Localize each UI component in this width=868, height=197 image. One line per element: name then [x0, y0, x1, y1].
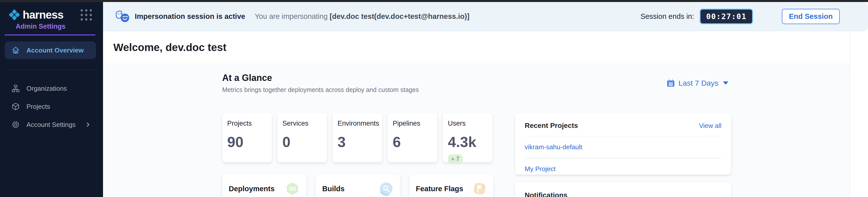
recent-projects-title: Recent Projects	[525, 122, 578, 130]
metric-value: 6	[393, 133, 432, 150]
session-ends-label: Session ends in:	[641, 12, 694, 21]
banner-right-group: Session ends in: 00:27:01 End Session	[641, 8, 840, 25]
notifications-panel: Notifications	[515, 183, 731, 197]
metrics-row: Projects 90 Services 0 Environments 3	[222, 113, 493, 174]
module-label: Feature Flags	[416, 185, 463, 193]
sidebar-item-account-settings[interactable]: Account Settings	[0, 116, 103, 134]
welcome-row: Welcome, dev.doc test	[103, 31, 850, 64]
sidebar-divider	[5, 70, 95, 70]
logo-row: harness	[0, 2, 103, 22]
home-icon	[11, 46, 20, 54]
session-timer: 00:27:01	[700, 8, 753, 25]
metric-value: 4.3k	[448, 133, 487, 150]
caret-down-icon	[723, 81, 728, 85]
right-gutter	[850, 31, 868, 197]
sidebar-item-label: Account Settings	[26, 121, 75, 129]
view-all-link[interactable]: View all	[699, 122, 721, 130]
metric-card-services[interactable]: Services 0	[277, 113, 327, 162]
metric-label: Pipelines	[393, 120, 432, 127]
organizations-icon	[11, 84, 20, 93]
metric-card-environments[interactable]: Environments 3	[333, 113, 382, 162]
impersonation-masks-icon	[115, 10, 130, 24]
impersonated-user: [dev.doc test(dev.doc+test@harness.io)]	[330, 12, 469, 21]
sidebar-item-projects[interactable]: Projects	[0, 97, 103, 116]
metric-card-projects[interactable]: Projects 90	[222, 113, 272, 162]
glance-title: At a Glance	[222, 73, 493, 83]
sidebar-item-label: Account Overview	[26, 46, 84, 54]
sidebar-nav: Account Overview Organizations Projects	[0, 41, 103, 134]
app-root: harness Admin Settings Account Overview	[0, 2, 868, 197]
recent-project-link[interactable]: My Project	[525, 158, 721, 180]
banner-subtitle-prefix: You are impersonating	[255, 12, 328, 21]
sidebar-item-label: Projects	[26, 103, 50, 111]
banner-title: Impersonation session is active	[135, 12, 245, 21]
calendar-icon	[666, 79, 675, 87]
page-title: Welcome, dev.doc test	[113, 41, 226, 53]
metric-label: Projects	[227, 120, 267, 127]
metric-label: Services	[282, 120, 322, 127]
banner-subtitle: You are impersonating [dev.doc test(dev.…	[255, 12, 469, 21]
metric-label: Environments	[338, 120, 377, 127]
right-region: Impersonation session is active You are …	[103, 2, 868, 197]
glance-grid: At a Glance Metrics brings together depl…	[222, 73, 731, 197]
sidebar-item-account-overview[interactable]: Account Overview	[5, 41, 96, 59]
harness-logo-icon	[7, 7, 22, 22]
recent-projects-panel: Recent Projects View all vikram-sahu-def…	[515, 113, 731, 174]
sidebar: harness Admin Settings Account Overview	[0, 2, 103, 197]
metric-value: 0	[282, 133, 322, 150]
glance-subtitle: Metrics brings together deployments acro…	[222, 86, 493, 93]
module-label: Builds	[322, 185, 345, 193]
builds-icon	[379, 182, 394, 196]
metric-value: 3	[338, 133, 377, 150]
recent-project-link[interactable]: vikram-sahu-default	[525, 136, 721, 158]
impersonation-banner: Impersonation session is active You are …	[103, 2, 868, 31]
metric-card-pipelines[interactable]: Pipelines 6	[388, 113, 437, 162]
metric-label: Users	[448, 120, 487, 127]
glance-header: At a Glance Metrics brings together depl…	[222, 73, 493, 93]
admin-settings-label: Admin Settings	[16, 23, 103, 30]
chevron-right-icon	[85, 122, 91, 128]
app-grid-icon[interactable]	[81, 9, 92, 21]
metric-value: 90	[227, 133, 267, 150]
settings-gear-icon	[11, 120, 20, 129]
module-card-feature-flags[interactable]: Feature Flags	[409, 174, 493, 197]
main-content: Welcome, dev.doc test At a Glance Metric…	[103, 31, 850, 197]
projects-cube-icon	[11, 102, 20, 111]
recent-projects-header: Recent Projects View all	[525, 122, 721, 130]
date-range-label: Last 7 Days	[679, 79, 718, 87]
metric-card-users[interactable]: Users 4.3k + 7	[443, 113, 492, 162]
feature-flags-icon	[472, 182, 487, 196]
at-a-glance-section: At a Glance Metrics brings together depl…	[103, 64, 850, 197]
modules-row: Deployments Builds	[222, 174, 493, 197]
sidebar-item-label: Organizations	[26, 85, 67, 92]
module-card-builds[interactable]: Builds	[316, 174, 400, 197]
admin-settings-underline	[4, 34, 95, 35]
date-range-picker[interactable]: Last 7 Days	[666, 79, 728, 87]
module-card-deployments[interactable]: Deployments	[222, 174, 306, 197]
deployments-icon	[285, 182, 300, 196]
sidebar-item-organizations[interactable]: Organizations	[0, 79, 103, 97]
users-delta-badge: + 7	[448, 154, 463, 164]
end-session-button[interactable]: End Session	[782, 9, 840, 24]
notifications-title: Notifications	[525, 191, 567, 197]
window-top-strip	[0, 0, 868, 2]
module-label: Deployments	[229, 185, 275, 193]
content-row: Welcome, dev.doc test At a Glance Metric…	[103, 31, 868, 197]
logo-wordmark: harness	[23, 8, 63, 21]
